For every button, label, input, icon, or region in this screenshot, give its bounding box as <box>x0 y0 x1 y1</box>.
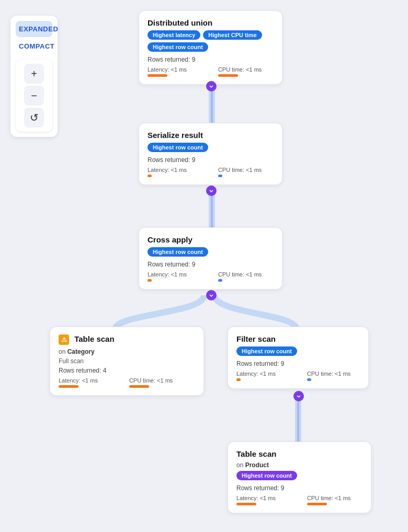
cross-apply-cpu: CPU time: <1 ms <box>218 271 262 282</box>
latency-bar-6 <box>236 503 256 505</box>
badge-product-row: Highest row count <box>236 471 297 480</box>
badge-highest-row-1: Highest row count <box>148 42 208 52</box>
cpu-bar-1 <box>218 74 238 77</box>
latency-label-2: Latency: <1 ms <box>148 167 187 173</box>
latency-bar-2 <box>148 175 152 177</box>
zoom-in-button[interactable]: + <box>24 64 44 84</box>
cpu-label-1: CPU time: <1 ms <box>218 66 262 73</box>
cross-apply-title: Cross apply <box>148 235 274 244</box>
cross-apply-latency: Latency: <1 ms <box>148 271 187 282</box>
latency-bar-1 <box>148 74 167 77</box>
badge-filter-row: Highest row count <box>236 346 297 356</box>
latency-label-5: Latency: <1 ms <box>236 371 276 377</box>
filter-scan-metrics: Latency: <1 ms CPU time: <1 ms <box>236 371 360 381</box>
table-scan-category-metrics: Latency: <1 ms CPU time: <1 ms <box>59 377 195 388</box>
controls-panel: EXPANDED COMPACT + − ↺ <box>10 16 58 137</box>
cpu-label-4: CPU time: <1 ms <box>129 377 173 384</box>
icon-controls: + − ↺ <box>16 60 52 132</box>
collapse-dot-2[interactable] <box>206 186 217 196</box>
table-scan-product-metrics: Latency: <1 ms CPU time: <1 ms <box>236 495 362 505</box>
table-scan-category-subtitle: on Category <box>59 348 195 355</box>
table-scan-product-node: Table scan on Product Highest row count … <box>228 442 371 513</box>
latency-bar-4 <box>59 385 78 388</box>
badge-highest-latency: Highest latency <box>148 30 200 40</box>
distributed-union-title: Distributed union <box>148 18 274 27</box>
cpu-bar-5 <box>307 378 311 381</box>
serialize-cpu: CPU time: <1 ms <box>218 167 262 177</box>
cross-apply-rows: Rows returned: 9 <box>148 261 274 268</box>
serialize-result-rows: Rows returned: 9 <box>148 156 274 164</box>
filter-scan-node: Filter scan Highest row count Rows retur… <box>228 327 369 389</box>
distributed-union-badges: Highest latency Highest CPU time Highest… <box>148 30 274 52</box>
cpu-label-6: CPU time: <1 ms <box>307 495 350 501</box>
filter-scan-badges: Highest row count <box>236 346 360 356</box>
table-scan-product-title: Table scan <box>236 449 362 458</box>
cpu-label-5: CPU time: <1 ms <box>307 371 350 377</box>
table-scan-cat-latency: Latency: <1 ms <box>59 377 98 388</box>
table-scan-category-title: ⚠ Table scan <box>59 334 195 345</box>
table-scan-category-node: ⚠ Table scan on Category Full scan Rows … <box>50 327 204 396</box>
latency-bar-3 <box>148 279 152 282</box>
badge-serialize-row: Highest row count <box>148 143 208 152</box>
cpu-bar-3 <box>218 279 222 282</box>
distributed-union-metrics: Latency: <1 ms CPU time: <1 ms <box>148 66 274 77</box>
filter-scan-title: Filter scan <box>236 334 360 343</box>
table-scan-category-extra: Full scan <box>59 357 195 365</box>
warning-icon: ⚠ <box>59 334 69 345</box>
table-scan-prod-cpu: CPU time: <1 ms <box>307 495 350 505</box>
collapse-dot-1[interactable] <box>206 81 217 91</box>
latency-label-1: Latency: <1 ms <box>148 66 187 73</box>
collapse-dot-3[interactable] <box>206 290 217 300</box>
serialize-result-node: Serialize result Highest row count Rows … <box>139 123 282 185</box>
table-scan-product-subtitle: on Product <box>236 461 362 469</box>
expanded-button[interactable]: EXPANDED <box>16 21 52 37</box>
serialize-result-metrics: Latency: <1 ms CPU time: <1 ms <box>148 167 274 177</box>
filter-scan-latency: Latency: <1 ms <box>236 371 276 381</box>
serialize-result-title: Serialize result <box>148 131 274 140</box>
table-scan-product-badges: Highest row count <box>236 471 362 480</box>
latency-label-6: Latency: <1 ms <box>236 495 276 501</box>
cpu-label-3: CPU time: <1 ms <box>218 271 262 277</box>
cross-apply-node: Cross apply Highest row count Rows retur… <box>139 227 282 290</box>
cpu-bar-6 <box>307 503 327 505</box>
table-scan-prod-latency: Latency: <1 ms <box>236 495 276 505</box>
cross-apply-metrics: Latency: <1 ms CPU time: <1 ms <box>148 271 274 282</box>
view-toggle: EXPANDED COMPACT <box>16 21 52 54</box>
cpu-label-2: CPU time: <1 ms <box>218 167 262 173</box>
latency-bar-5 <box>236 378 241 381</box>
compact-button[interactable]: COMPACT <box>16 38 52 54</box>
zoom-out-button[interactable]: − <box>24 86 44 106</box>
serialize-result-badges: Highest row count <box>148 143 274 152</box>
badge-cross-row: Highest row count <box>148 247 208 257</box>
latency-label-4: Latency: <1 ms <box>59 377 98 384</box>
distributed-union-rows: Rows returned: 9 <box>148 56 274 63</box>
cpu-bar-2 <box>218 175 222 177</box>
badge-highest-cpu: Highest CPU time <box>203 30 262 40</box>
distributed-union-node: Distributed union Highest latency Highes… <box>139 10 282 85</box>
distributed-union-cpu: CPU time: <1 ms <box>218 66 262 77</box>
serialize-latency: Latency: <1 ms <box>148 167 187 177</box>
table-scan-product-rows: Rows returned: 9 <box>236 484 362 492</box>
filter-scan-cpu: CPU time: <1 ms <box>307 371 350 381</box>
collapse-dot-4[interactable] <box>293 391 304 401</box>
reset-button[interactable]: ↺ <box>24 108 44 128</box>
table-scan-cat-cpu: CPU time: <1 ms <box>129 377 173 388</box>
filter-scan-rows: Rows returned: 9 <box>236 360 360 367</box>
cross-apply-badges: Highest row count <box>148 247 274 257</box>
latency-label-3: Latency: <1 ms <box>148 271 187 277</box>
distributed-union-latency: Latency: <1 ms <box>148 66 187 77</box>
table-scan-category-rows: Rows returned: 4 <box>59 367 195 374</box>
cpu-bar-4 <box>129 385 149 388</box>
